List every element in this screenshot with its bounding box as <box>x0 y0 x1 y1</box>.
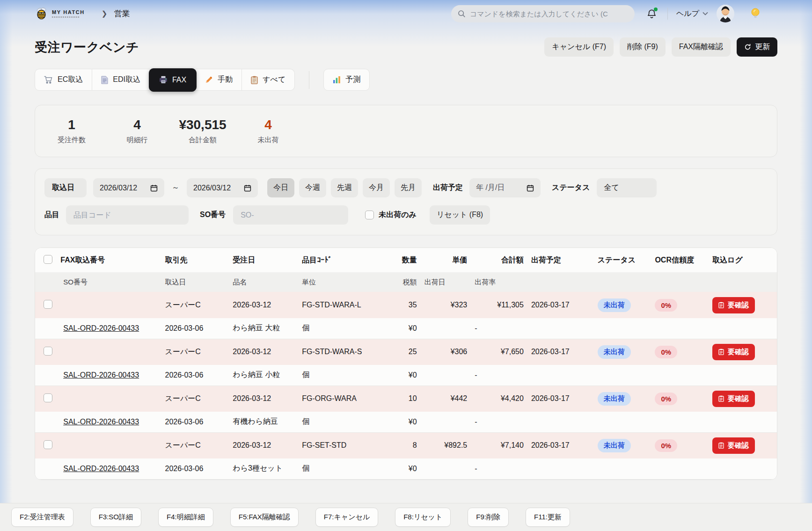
tab-label: EDI取込 <box>113 75 140 85</box>
cell-customer: スーパーC <box>161 386 229 412</box>
order-sub-row: SAL-ORD-2026-00433 2026-03-06 わら納豆 小粒 個 … <box>35 365 777 386</box>
stat-value: 1 <box>39 117 104 132</box>
fkey-button[interactable]: F9:削除 <box>468 508 509 527</box>
cell-total: ¥4,420 <box>471 386 527 412</box>
status-label: ステータス <box>552 183 590 193</box>
cell-item-code: FG-SET-STD <box>298 432 384 458</box>
ship-plan-date-input[interactable]: 年 /月/日 <box>469 178 541 197</box>
so-number-link[interactable]: SAL-ORD-2026-00433 <box>63 371 139 379</box>
stat-item: 4 明細行 <box>104 117 170 145</box>
command-search[interactable] <box>451 5 635 22</box>
delete-button[interactable]: 削除 (F9) <box>620 37 666 57</box>
lightbulb-icon[interactable] <box>750 7 761 20</box>
order-row[interactable]: スーパーC 2026-03-12 FG-ORG-WARA 10 ¥442 ¥4,… <box>35 386 777 412</box>
notification-dot <box>654 7 658 11</box>
cancel-button[interactable]: キャンセル (F7) <box>544 37 614 57</box>
cell-item-name: わら3種セット <box>229 458 298 479</box>
item-code-input[interactable] <box>66 205 189 225</box>
unshipped-only-checkbox[interactable] <box>365 211 374 219</box>
fkey-button[interactable]: F11:更新 <box>526 508 570 527</box>
confirm-required-button[interactable]: 要確認 <box>712 344 755 360</box>
fkey-button[interactable]: F7:キャンセル <box>315 508 378 527</box>
fkey-button[interactable]: F2:受注管理表 <box>11 508 73 527</box>
date-from-input[interactable]: 2026/03/12 <box>93 178 164 197</box>
cell-unit: 個 <box>298 318 384 339</box>
clipboard-icon <box>718 395 724 402</box>
breadcrumb[interactable]: 営業 <box>114 8 130 19</box>
function-key-bar: F2:受注管理表 F3:SO詳細 F4:明細詳細 F5:FAX隔離確認 F7:キ… <box>0 503 812 531</box>
col-customer: 取引先 <box>161 248 229 272</box>
main-content: 受注ワークベンチ キャンセル (F7) 削除 (F9) FAX隔離確認 更新 <box>0 37 812 480</box>
cell-tax: ¥0 <box>384 318 420 339</box>
order-row[interactable]: スーパーC 2026-03-12 FG-STD-WARA-S 25 ¥306 ¥… <box>35 339 777 365</box>
fkey-button[interactable]: F3:SO詳細 <box>90 508 141 527</box>
app-logo[interactable]: MY HATCH <box>35 7 85 21</box>
reset-button[interactable]: リセット (F8) <box>430 205 490 225</box>
forecast-button[interactable]: 予測 <box>323 69 370 91</box>
fax-quarantine-button[interactable]: FAX隔離確認 <box>672 37 731 57</box>
tab-edi-import[interactable]: EDI取込 <box>92 69 150 91</box>
tab-label: すべて <box>263 75 285 85</box>
logo-subtitle <box>52 16 79 18</box>
stat-value: ¥30,515 <box>170 117 235 132</box>
col-ship-plan: 出荷予定 <box>527 248 594 272</box>
cell-ship-day <box>421 458 471 479</box>
subcol-import-date: 取込日 <box>161 272 229 292</box>
date-to-input[interactable]: 2026/03/12 <box>187 178 258 197</box>
cell-item-name: わら納豆 小粒 <box>229 365 298 386</box>
range-button[interactable]: 今週 <box>299 178 326 197</box>
confirm-label: 要確認 <box>728 301 749 310</box>
tab-manual[interactable]: 手動 <box>196 69 242 91</box>
fkey-button[interactable]: F5:FAX隔離確認 <box>230 508 299 527</box>
bee-logo-icon <box>35 7 49 21</box>
row-checkbox[interactable] <box>44 393 52 402</box>
so-number-input[interactable] <box>233 205 348 225</box>
fkey-button[interactable]: F8:リセット <box>395 508 451 527</box>
search-input[interactable] <box>470 10 628 18</box>
refresh-label: 更新 <box>755 42 770 52</box>
col-log: 取込ログ <box>709 248 777 272</box>
help-label: ヘルプ <box>676 9 699 19</box>
calendar-icon <box>527 184 534 192</box>
cell-ship-plan: 2026-03-17 <box>527 292 594 318</box>
refresh-button[interactable]: 更新 <box>737 37 777 57</box>
order-row[interactable]: スーパーC 2026-03-12 FG-SET-STD 8 ¥892.5 ¥7,… <box>35 432 777 458</box>
cell-order-date: 2026-03-12 <box>229 339 298 365</box>
so-number-label: SO番号 <box>200 210 226 220</box>
tab-all[interactable]: すべて <box>242 69 295 91</box>
cell-ship-day <box>421 412 471 432</box>
range-button[interactable]: 今日 <box>267 178 294 197</box>
item-label: 品目 <box>44 210 59 220</box>
logo-title: MY HATCH <box>52 9 85 15</box>
cell-ship-rate: - <box>471 412 527 432</box>
confirm-required-button[interactable]: 要確認 <box>712 391 755 407</box>
date-field-select[interactable]: 取込日 <box>44 178 87 197</box>
range-button[interactable]: 先月 <box>395 178 422 197</box>
confirm-required-button[interactable]: 要確認 <box>712 437 755 454</box>
select-all-checkbox[interactable] <box>44 255 52 264</box>
unshipped-only-label: 未出荷のみ <box>379 210 417 220</box>
pencil-icon <box>205 76 213 84</box>
status-select[interactable]: 全て <box>597 178 657 197</box>
so-number-link[interactable]: SAL-ORD-2026-00433 <box>63 465 139 473</box>
date-from-value: 2026/03/12 <box>100 184 145 192</box>
row-checkbox[interactable] <box>44 347 52 356</box>
refresh-icon <box>744 44 751 51</box>
help-menu[interactable]: ヘルプ <box>676 9 708 19</box>
so-number-link[interactable]: SAL-ORD-2026-00433 <box>63 418 139 426</box>
range-button[interactable]: 今月 <box>363 178 390 197</box>
range-button[interactable]: 先週 <box>331 178 358 197</box>
user-avatar[interactable] <box>717 5 734 22</box>
order-row[interactable]: スーパーC 2026-03-12 FG-STD-WARA-L 35 ¥323 ¥… <box>35 292 777 318</box>
status-badge: 未出荷 <box>598 439 631 452</box>
tab-fax[interactable]: FAX <box>149 68 197 92</box>
row-checkbox[interactable] <box>44 440 52 449</box>
cell-unit: 個 <box>298 365 384 386</box>
fkey-button[interactable]: F4:明細詳細 <box>158 508 213 527</box>
row-checkbox[interactable] <box>44 300 52 309</box>
cell-customer: スーパーC <box>161 292 229 318</box>
tab-ec-import[interactable]: EC取込 <box>35 69 92 91</box>
confirm-required-button[interactable]: 要確認 <box>712 297 755 313</box>
notifications-button[interactable] <box>646 7 658 20</box>
so-number-link[interactable]: SAL-ORD-2026-00433 <box>63 324 139 332</box>
